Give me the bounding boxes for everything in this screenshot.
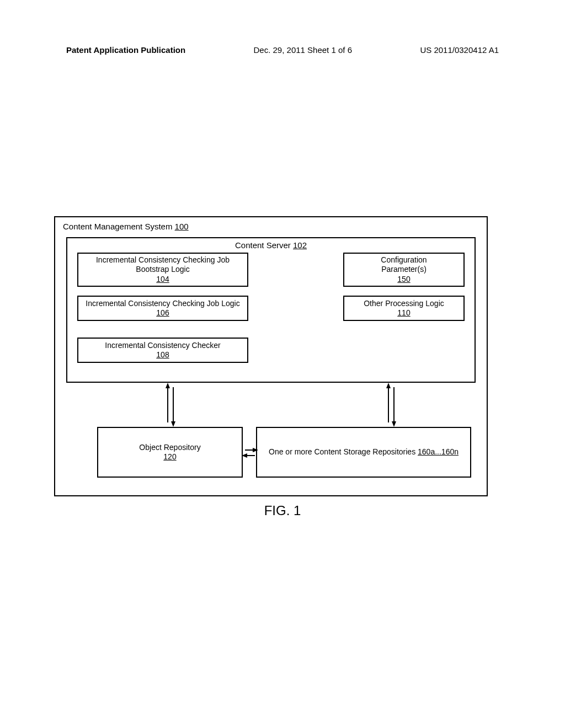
box-160: One or more Content Storage Repositories… [256,427,471,478]
header-left: Patent Application Publication [66,45,185,55]
cms-label: Content Management System 100 [63,222,189,231]
diagram-container: Content Management System 100 Content Se… [54,216,488,496]
box-110: Other Processing Logic 110 [343,296,465,321]
arrow-108-120 [166,383,177,428]
box-104: Incremental Consistency Checking Job Boo… [77,253,248,287]
header-right: US 2011/0320412 A1 [420,45,499,55]
svg-marker-5 [386,383,391,388]
svg-marker-3 [171,421,175,427]
svg-marker-7 [392,421,396,427]
content-server-label: Content Server 102 [235,240,307,250]
arrow-120-160 [242,448,258,459]
page-header: Patent Application Publication Dec. 29, … [66,45,499,55]
box-120: Object Repository 120 [97,427,243,478]
box-106: Incremental Consistency Checking Job Log… [77,296,248,321]
figure-label: FIG. 1 [264,503,301,518]
box-150: Configuration Parameter(s) 150 [343,253,465,287]
svg-marker-11 [242,453,247,458]
arrow-110-160 [386,383,397,428]
svg-marker-9 [253,448,258,452]
content-server-box: Content Server 102 Incremental Consisten… [66,237,476,383]
header-center: Dec. 29, 2011 Sheet 1 of 6 [254,45,352,55]
box-108: Incremental Consistency Checker 108 [77,338,248,363]
svg-marker-1 [166,383,170,388]
